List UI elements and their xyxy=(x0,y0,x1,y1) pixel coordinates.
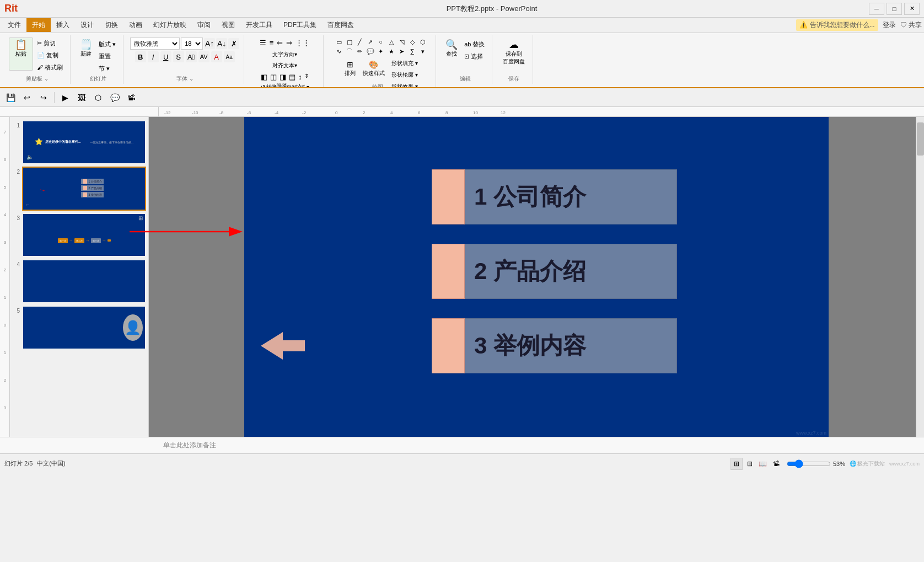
align-center-button[interactable]: ◫ xyxy=(269,72,278,82)
menu-insert[interactable]: 插入 xyxy=(51,18,75,32)
arrange-button[interactable]: ⊞ 排列 xyxy=(341,58,359,80)
close-button[interactable]: ✕ xyxy=(904,3,920,15)
shape-triangle[interactable]: △ xyxy=(386,38,396,46)
view-present-btn[interactable]: 📽 xyxy=(770,458,782,470)
shape-block-arrow[interactable]: ➤ xyxy=(397,47,407,56)
new-slide-button[interactable]: 🗒️ 新建 xyxy=(77,38,95,74)
char-spacing-button[interactable]: AV xyxy=(198,51,209,62)
bullet-button[interactable]: ☰ xyxy=(259,38,267,48)
shape-circle[interactable]: ○ xyxy=(376,38,386,46)
reset-button[interactable]: 重置 xyxy=(96,51,119,62)
slide-thumb-2[interactable]: 2 → 1 公司简介 2 产品介绍 xyxy=(12,167,146,211)
find-button[interactable]: 🔍 查找 xyxy=(443,38,460,62)
indent-inc-button[interactable]: ⇒ xyxy=(285,38,293,48)
menu-home[interactable]: 开始 xyxy=(26,18,51,32)
strikethrough-button[interactable]: S xyxy=(173,51,184,62)
columns-button[interactable]: ⋮⋮ xyxy=(294,38,311,48)
search-box[interactable]: ⚠️ 告诉我您想要做什么... xyxy=(796,19,878,31)
shape-connector[interactable]: ⌒ xyxy=(345,47,354,56)
shape-line[interactable]: ╱ xyxy=(355,38,365,46)
canvas-vscroll[interactable] xyxy=(916,117,924,437)
font-name-select[interactable]: 微软雅黑 xyxy=(130,38,180,50)
section-button[interactable]: 节 ▾ xyxy=(96,63,119,74)
layout-button[interactable]: 版式 ▾ xyxy=(96,39,119,50)
slide-thumb-1[interactable]: 1 ⭐ 历史记录中的著名事件... 一些注意事项，接下来你要学习的... 🔈 xyxy=(12,120,146,164)
undo-qt-button[interactable]: ↩ xyxy=(20,90,34,105)
cut-button[interactable]: ✂ 剪切 xyxy=(34,38,66,49)
menu-dev[interactable]: 开发工具 xyxy=(240,18,278,32)
shape-arrow[interactable]: ↗ xyxy=(366,38,375,46)
shape-star4[interactable]: ✦ xyxy=(376,47,386,56)
menu-file[interactable]: 文件 xyxy=(2,18,26,32)
slide-thumb-4[interactable]: 4 xyxy=(12,259,146,303)
slide-thumb-3[interactable]: 3 ⊞ 第一步 → 第二步 → 第三步 → xyxy=(12,213,146,257)
shape-callout[interactable]: 💬 xyxy=(366,47,375,56)
play-qt-button[interactable]: ▶ xyxy=(58,90,72,105)
replace-button[interactable]: ab 替换 xyxy=(461,39,487,50)
menu-animation[interactable]: 动画 xyxy=(123,18,148,32)
menu-design[interactable]: 设计 xyxy=(75,18,99,32)
view-browse-btn[interactable]: ⊟ xyxy=(744,458,756,470)
slide-item-2[interactable]: 2 产品介绍 xyxy=(432,244,677,299)
shape-rect[interactable]: ▭ xyxy=(334,38,344,46)
shape-effects-button[interactable]: 形状效果 ▾ xyxy=(389,81,421,88)
shape-fill-button[interactable]: 形状填充 ▾ xyxy=(389,58,421,69)
view-normal-btn[interactable]: ⊞ xyxy=(730,458,743,470)
format-painter-button[interactable]: 🖌 格式刷 xyxy=(34,62,66,73)
redo-qt-button[interactable]: ↪ xyxy=(36,90,51,105)
align-text-button[interactable]: 对齐文本▾ xyxy=(271,61,298,71)
login-btn[interactable]: 登录 xyxy=(883,20,896,30)
notes-area[interactable]: 单击此处添加备注 xyxy=(0,437,924,453)
shape-more[interactable]: ▾ xyxy=(418,47,428,56)
italic-button[interactable]: I xyxy=(148,51,159,62)
para-spacing-button[interactable]: ⇕ xyxy=(303,72,310,82)
bold-button[interactable]: B xyxy=(135,51,146,62)
save-qt-button[interactable]: 💾 xyxy=(3,90,18,105)
shape-right-triangle[interactable]: ◹ xyxy=(397,38,407,46)
clear-format-button[interactable]: ✗ xyxy=(228,38,239,49)
shape-equation[interactable]: ∑ xyxy=(407,47,417,56)
shape-diamond[interactable]: ◇ xyxy=(407,38,417,46)
indent-dec-button[interactable]: ⇐ xyxy=(276,38,284,48)
slide-thumb-5[interactable]: 5 👤 xyxy=(12,306,146,350)
shape-rounded-rect[interactable]: ▢ xyxy=(345,38,354,46)
paste-button[interactable]: 📋 粘贴 xyxy=(9,38,33,71)
underline-button[interactable]: U xyxy=(160,51,171,62)
menu-review[interactable]: 审阅 xyxy=(192,18,216,32)
menu-slideshow[interactable]: 幻灯片放映 xyxy=(148,18,192,32)
text-dir-button[interactable]: 文字方向▾ xyxy=(271,50,298,60)
shape-curve[interactable]: ∿ xyxy=(334,47,344,56)
maximize-button[interactable]: □ xyxy=(887,3,902,15)
font-shrink-button[interactable]: A↓ xyxy=(216,38,227,49)
shape-freeform[interactable]: ✏ xyxy=(355,47,365,56)
present-qt-button[interactable]: 📽 xyxy=(124,90,138,105)
shape-star5[interactable]: ★ xyxy=(386,47,396,56)
image-qt-button[interactable]: 🖼 xyxy=(74,90,89,105)
align-right-button[interactable]: ◨ xyxy=(278,72,287,82)
font-grow-button[interactable]: A↑ xyxy=(204,38,215,49)
copy-button[interactable]: 📄 复制 xyxy=(34,50,66,61)
font-case-button[interactable]: Aa xyxy=(224,51,235,62)
align-left-button[interactable]: ◧ xyxy=(260,72,268,82)
shape-hex[interactable]: ⬡ xyxy=(418,38,428,46)
select-button[interactable]: ⊡ 选择 xyxy=(461,51,487,62)
slide-item-1[interactable]: 1 公司简介 xyxy=(432,169,677,224)
shape-outline-button[interactable]: 形状轮廓 ▾ xyxy=(389,69,421,81)
minimize-button[interactable]: ─ xyxy=(869,3,884,15)
share-btn[interactable]: ♡ 共享 xyxy=(900,20,922,30)
quick-styles-button[interactable]: 🎨 快速样式 xyxy=(360,58,388,80)
zoom-slider[interactable] xyxy=(787,459,831,468)
shadow-button[interactable]: A⃣ xyxy=(186,51,197,62)
line-spacing-button[interactable]: ↕ xyxy=(297,72,303,82)
shape-qt-button[interactable]: ⬡ xyxy=(91,90,105,105)
view-read-btn[interactable]: 📖 xyxy=(757,458,769,470)
menu-transition[interactable]: 切换 xyxy=(99,18,123,32)
font-color-button[interactable]: A xyxy=(211,51,222,62)
comment-qt-button[interactable]: 💬 xyxy=(108,90,122,105)
menu-baidu[interactable]: 百度网盘 xyxy=(322,18,359,32)
menu-pdf[interactable]: PDF工具集 xyxy=(278,18,322,32)
font-size-select[interactable]: 18 xyxy=(181,38,203,50)
justify-button[interactable]: ▤ xyxy=(288,72,297,82)
save-baidu-button[interactable]: ☁ 保存到百度网盘 xyxy=(500,38,528,71)
menu-view[interactable]: 视图 xyxy=(216,18,240,32)
